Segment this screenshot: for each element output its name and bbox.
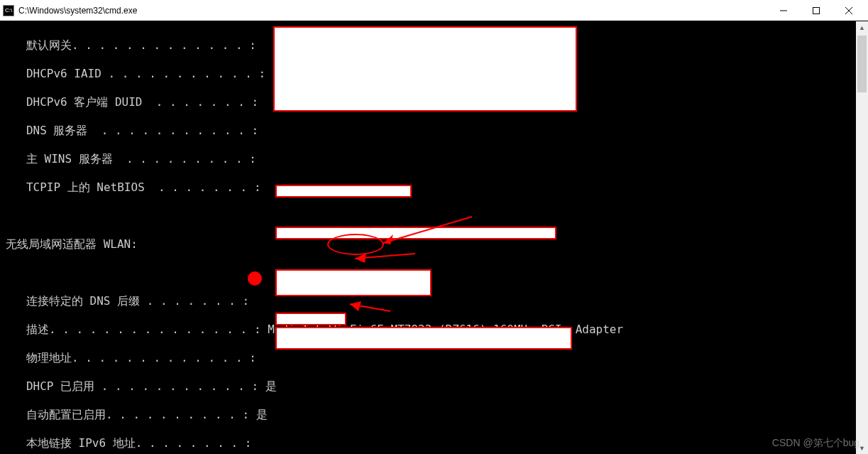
line-dns-servers-1: DNS 服务器 . . . . . . . . . . . : bbox=[6, 124, 862, 138]
maximize-button[interactable] bbox=[800, 0, 833, 21]
svg-rect-1 bbox=[813, 7, 820, 13]
redaction-box-dhcp-server bbox=[275, 313, 346, 325]
redaction-box-lease bbox=[275, 269, 432, 296]
line-dns-suffix: 连接特定的 DNS 后缀 . . . . . . . : bbox=[6, 294, 862, 308]
watermark: CSDN @第七个bug bbox=[772, 437, 859, 450]
redaction-box-physical-addr bbox=[275, 185, 412, 198]
vertical-scrollbar[interactable]: ▲ ▼ bbox=[856, 21, 868, 454]
blank-line bbox=[6, 209, 862, 223]
line-wins-server: 主 WINS 服务器 . . . . . . . . . : bbox=[6, 152, 862, 166]
cmd-icon: C:\ bbox=[3, 5, 14, 16]
close-button[interactable] bbox=[833, 0, 865, 21]
minimize-button[interactable] bbox=[767, 0, 800, 21]
line-dhcp-enabled: DHCP 已启用 . . . . . . . . . . . : 是 bbox=[6, 379, 862, 394]
line-physical-address: 物理地址. . . . . . . . . . . . . : bbox=[6, 351, 862, 365]
window-title-bar: C:\ C:\Windows\system32\cmd.exe bbox=[0, 0, 868, 21]
line-netbios-1: TCPIP 上的 NetBIOS . . . . . . . : bbox=[6, 180, 862, 195]
blank-line bbox=[6, 266, 862, 280]
adapter-wlan-header: 无线局域网适配器 WLAN: bbox=[6, 237, 862, 252]
redaction-box-dhcpv6 bbox=[275, 327, 572, 350]
redaction-box-ipv6 bbox=[275, 227, 556, 239]
window-controls bbox=[767, 0, 865, 21]
line-link-local-ipv6: 本地链接 IPv6 地址. . . . . . . . : bbox=[6, 436, 862, 450]
scroll-up-button[interactable]: ▲ bbox=[856, 21, 868, 33]
line-autoconfig: 自动配置已启用. . . . . . . . . . : 是 bbox=[6, 408, 862, 422]
redaction-box-1 bbox=[273, 26, 577, 112]
value-dhcp-enabled: 是 bbox=[265, 379, 277, 393]
scroll-thumb[interactable] bbox=[857, 36, 867, 92]
value-autoconfig: 是 bbox=[256, 408, 268, 421]
window-title: C:\Windows\system32\cmd.exe bbox=[18, 6, 767, 16]
